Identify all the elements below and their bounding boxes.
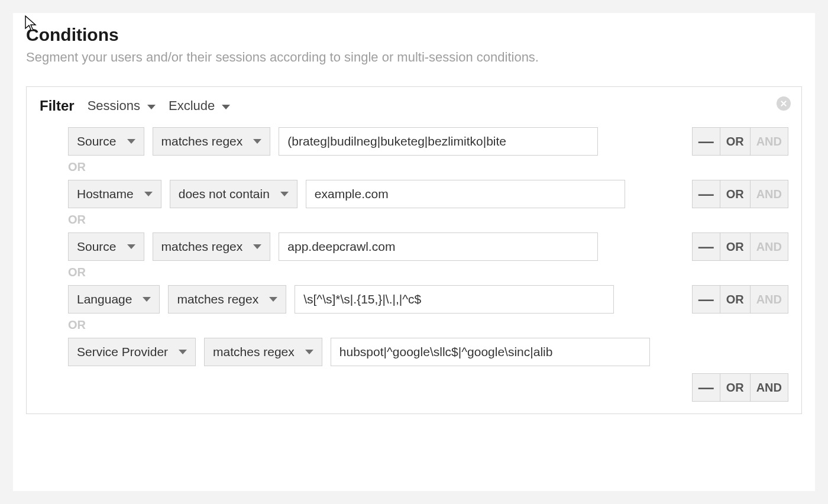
mode-select-label: Exclude <box>169 98 215 114</box>
dimension-label: Source <box>77 134 117 148</box>
dimension-select[interactable]: Source <box>68 127 144 156</box>
remove-condition-button[interactable]: — <box>692 232 720 261</box>
trailing-action-strip: —ORAND <box>68 373 788 402</box>
or-separator: OR <box>68 213 788 227</box>
chevron-down-icon <box>147 105 156 109</box>
dimension-label: Service Provider <box>77 345 168 359</box>
operator-label: matches regex <box>177 292 258 306</box>
scope-select[interactable]: Sessions <box>88 98 156 114</box>
dimension-select[interactable]: Source <box>68 232 144 261</box>
dimension-label: Hostname <box>77 187 134 201</box>
value-input[interactable] <box>279 232 598 261</box>
chevron-down-icon <box>253 139 261 144</box>
page-title: Conditions <box>26 25 802 45</box>
mode-select[interactable]: Exclude <box>169 98 230 114</box>
or-button[interactable]: OR <box>720 232 751 261</box>
chevron-down-icon <box>269 297 277 302</box>
and-button: AND <box>751 285 788 314</box>
chevron-down-icon <box>305 350 313 354</box>
condition-row: Languagematches regex—ORAND <box>68 285 788 314</box>
and-button[interactable]: AND <box>751 373 788 402</box>
filter-card: Filter Sessions Exclude Sourcematches re… <box>26 86 802 414</box>
or-button[interactable]: OR <box>720 373 751 402</box>
condition-row: Sourcematches regex—ORAND <box>68 232 788 261</box>
row-action-strip: —ORAND <box>692 180 788 208</box>
or-separator: OR <box>68 160 788 174</box>
remove-condition-button[interactable]: — <box>692 285 720 314</box>
scope-select-label: Sessions <box>88 98 140 114</box>
operator-select[interactable]: matches regex <box>204 338 322 366</box>
or-button[interactable]: OR <box>720 180 751 208</box>
row-action-strip: —ORAND <box>692 232 788 261</box>
or-button[interactable]: OR <box>720 285 751 314</box>
operator-label: matches regex <box>161 240 243 254</box>
or-separator: OR <box>68 318 788 332</box>
condition-row: Hostnamedoes not contain—ORAND <box>68 180 788 208</box>
value-input[interactable] <box>331 338 650 366</box>
or-separator: OR <box>68 266 788 279</box>
remove-condition-button[interactable]: — <box>692 180 720 208</box>
or-button[interactable]: OR <box>720 127 751 156</box>
value-input[interactable] <box>306 180 625 208</box>
filter-header: Filter Sessions Exclude <box>40 98 788 114</box>
chevron-down-icon <box>179 350 187 354</box>
filter-label: Filter <box>40 98 75 114</box>
chevron-down-icon <box>127 244 135 249</box>
condition-row: Service Providermatches regex <box>68 338 788 366</box>
operator-label: matches regex <box>161 134 243 148</box>
row-action-strip: —ORAND <box>692 373 788 402</box>
chevron-down-icon <box>127 139 135 144</box>
and-button: AND <box>751 180 788 208</box>
operator-label: does not contain <box>179 187 270 201</box>
close-icon[interactable] <box>777 96 791 111</box>
chevron-down-icon <box>280 192 289 196</box>
condition-row: Sourcematches regex—ORAND <box>68 127 788 156</box>
remove-condition-button[interactable]: — <box>692 127 720 156</box>
dimension-select[interactable]: Hostname <box>68 180 161 208</box>
operator-label: matches regex <box>213 345 295 359</box>
operator-select[interactable]: does not contain <box>170 180 297 208</box>
chevron-down-icon <box>144 192 153 196</box>
value-input[interactable] <box>295 285 614 314</box>
operator-select[interactable]: matches regex <box>168 285 286 314</box>
chevron-down-icon <box>222 105 230 109</box>
dimension-label: Language <box>77 292 132 306</box>
row-action-strip: —ORAND <box>692 285 788 314</box>
page-subtitle: Segment your users and/or their sessions… <box>26 50 802 65</box>
and-button: AND <box>751 127 788 156</box>
and-button: AND <box>751 232 788 261</box>
operator-select[interactable]: matches regex <box>153 127 271 156</box>
value-input[interactable] <box>279 127 598 156</box>
row-action-strip: —ORAND <box>692 127 788 156</box>
dimension-select[interactable]: Language <box>68 285 160 314</box>
dimension-select[interactable]: Service Provider <box>68 338 196 366</box>
chevron-down-icon <box>143 297 151 302</box>
chevron-down-icon <box>253 244 261 249</box>
conditions-panel: Conditions Segment your users and/or the… <box>13 13 815 491</box>
operator-select[interactable]: matches regex <box>153 232 271 261</box>
dimension-label: Source <box>77 240 117 254</box>
remove-condition-button[interactable]: — <box>692 373 720 402</box>
